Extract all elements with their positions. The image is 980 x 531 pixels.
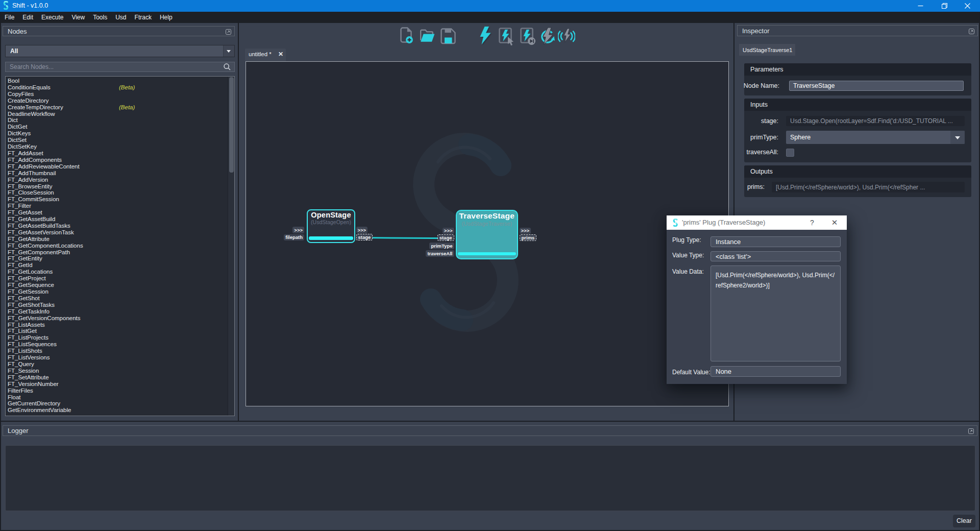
- input-port-filepath[interactable]: filepath: [284, 234, 304, 241]
- close-window-button[interactable]: [956, 0, 979, 12]
- node-list-item[interactable]: FT_GetShot: [6, 295, 234, 302]
- node-list-item[interactable]: FT_ListProjects: [6, 334, 234, 341]
- menu-tools[interactable]: Tools: [89, 12, 111, 23]
- node-list-item[interactable]: DictSet: [6, 137, 234, 143]
- dialog-close-button[interactable]: ✕: [829, 215, 840, 230]
- output-port-prims[interactable]: prims: [520, 234, 537, 242]
- graph-node-traversestage[interactable]: TraverseStage(UsdStageTraverse): [456, 210, 518, 259]
- node-list-item[interactable]: FT_Filter: [6, 203, 234, 209]
- execute-selected-icon[interactable]: [498, 27, 515, 48]
- input-port-exec[interactable]: >>>: [292, 227, 304, 233]
- node-list-item[interactable]: FT_GetComponentPath: [6, 249, 234, 256]
- node-graph-canvas[interactable]: OpenStage(UsdStageOpen)>>>filepath>>>sta…: [246, 61, 729, 406]
- node-list-item[interactable]: FT_Query: [6, 361, 234, 368]
- node-list-item[interactable]: FT_GetAsset: [6, 209, 234, 216]
- node-list-item[interactable]: FT_CommitSession: [6, 196, 234, 203]
- input-port-traverseAll[interactable]: traverseAll: [426, 250, 454, 257]
- node-list-item[interactable]: FT_GetAssetBuildTasks: [6, 223, 234, 229]
- inspector-field-node_name[interactable]: TraverseStage: [789, 81, 964, 91]
- node-list-item[interactable]: DictKeys: [6, 130, 234, 137]
- menu-view[interactable]: View: [67, 12, 89, 23]
- output-port-exec[interactable]: >>>: [356, 227, 368, 233]
- node-list-item[interactable]: FT_AddAsset: [6, 150, 234, 157]
- editor-tab-close-icon[interactable]: ✕: [278, 51, 283, 58]
- clear-log-button[interactable]: Clear: [953, 515, 975, 527]
- node-list-item[interactable]: FT_BrowseEntity: [6, 183, 234, 190]
- inspector-field-primType[interactable]: Sphere: [786, 131, 965, 144]
- splitter-left[interactable]: [238, 23, 239, 421]
- node-list-item[interactable]: FT_GetAttribute: [6, 236, 234, 243]
- node-list-item[interactable]: Bool: [6, 78, 234, 84]
- search-nodes-input[interactable]: Search Nodes...: [5, 62, 235, 72]
- value-data-field[interactable]: [Usd.Prim(</refSphere/world>), Usd.Prim(…: [710, 266, 841, 361]
- node-list-item[interactable]: FT_GetAssetVersionTask: [6, 229, 234, 236]
- node-list-item[interactable]: FT_AddVersion: [6, 177, 234, 183]
- inspector-node-tab[interactable]: UsdStageTraverse1: [739, 44, 795, 56]
- logger-output[interactable]: [5, 445, 975, 511]
- node-list-item[interactable]: CreateDirectory: [6, 98, 234, 104]
- node-list-item[interactable]: FT_GetLocations: [6, 269, 234, 275]
- node-list-item[interactable]: FT_AddReviewableContent: [6, 163, 234, 170]
- node-list-item[interactable]: FT_ListSequences: [6, 341, 234, 348]
- node-list-item[interactable]: CreateTempDirectory(Beta): [6, 104, 234, 111]
- menu-edit[interactable]: Edit: [18, 12, 37, 23]
- node-list-item[interactable]: FT_GetAssetBuild: [6, 216, 234, 223]
- node-list-item[interactable]: DictGet: [6, 124, 234, 130]
- restore-button[interactable]: [933, 0, 956, 12]
- nodes-undock-icon[interactable]: [226, 29, 231, 34]
- inspector-field-traverseAll[interactable]: [786, 149, 794, 157]
- node-list-item[interactable]: Float: [6, 394, 234, 401]
- node-list-item[interactable]: FT_ListVersions: [6, 354, 234, 361]
- save-icon[interactable]: [440, 28, 456, 46]
- node-list-item[interactable]: DictSetKey: [6, 143, 234, 150]
- plug-dialog-titlebar[interactable]: 'prims' Plug (TraverseStage) ? ✕: [667, 215, 847, 230]
- execute-icon[interactable]: [479, 27, 492, 47]
- node-list-item[interactable]: FT_ListShots: [6, 348, 234, 354]
- node-list-item[interactable]: FT_SetAttribute: [6, 374, 234, 381]
- new-file-icon[interactable]: [400, 27, 413, 46]
- live-execute-icon[interactable]: [558, 29, 575, 46]
- node-list-item[interactable]: GetEnvironmentVariable: [6, 407, 234, 414]
- output-port-stage[interactable]: stage: [356, 234, 373, 241]
- output-port-exec[interactable]: >>>: [520, 228, 531, 234]
- node-list-item[interactable]: CopyFiles: [6, 91, 234, 98]
- dialog-help-button[interactable]: ?: [807, 215, 817, 230]
- node-list-item[interactable]: FT_GetSession: [6, 288, 234, 295]
- open-folder-icon[interactable]: [420, 29, 435, 46]
- menu-help[interactable]: Help: [156, 12, 177, 23]
- node-list-item[interactable]: ConditionEquals(Beta): [6, 84, 234, 91]
- node-list-item[interactable]: FT_ListGet: [6, 328, 234, 334]
- logger-undock-icon[interactable]: [968, 428, 974, 433]
- menu-file[interactable]: File: [1, 12, 18, 23]
- node-filter-select[interactable]: All: [5, 45, 235, 57]
- node-list-item[interactable]: FT_GetVersionComponents: [6, 315, 234, 322]
- menu-ftrack[interactable]: Ftrack: [131, 12, 156, 23]
- node-list-item[interactable]: FT_GetTaskInfo: [6, 308, 234, 315]
- minimize-button[interactable]: [909, 0, 932, 12]
- graph-node-openstage[interactable]: OpenStage(UsdStageOpen): [307, 209, 355, 243]
- menu-execute[interactable]: Execute: [37, 12, 67, 23]
- node-list-item[interactable]: FT_ListAssets: [6, 322, 234, 328]
- node-list-item[interactable]: FT_GetComponentLocations: [6, 243, 234, 249]
- execute-to-node-icon[interactable]: [520, 27, 536, 48]
- node-list-item[interactable]: FT_VersionNumber: [6, 381, 234, 388]
- menu-usd[interactable]: Usd: [111, 12, 130, 23]
- node-list-item[interactable]: FT_CloseSession: [6, 189, 234, 196]
- node-list-item[interactable]: GetCurrentDirectory: [6, 400, 234, 407]
- node-list-item[interactable]: FT_GetProject: [6, 275, 234, 282]
- input-port-stage[interactable]: stage: [437, 234, 454, 242]
- inspector-undock-icon[interactable]: [969, 28, 974, 34]
- node-list-item[interactable]: FT_GetId: [6, 262, 234, 269]
- node-list-item[interactable]: FT_AddThumbnail: [6, 170, 234, 177]
- node-list-item[interactable]: FT_GetSequence: [6, 282, 234, 288]
- editor-tab[interactable]: untitled * ✕: [245, 49, 286, 61]
- node-list-item[interactable]: Dict: [6, 117, 234, 124]
- node-list-item[interactable]: FilterFiles: [6, 388, 234, 394]
- node-list-item[interactable]: DeadlineWorkflow: [6, 111, 234, 117]
- splitter-bottom[interactable]: [0, 421, 980, 422]
- node-list-item[interactable]: FT_AddComponents: [6, 157, 234, 163]
- node-list-item[interactable]: FT_Session: [6, 368, 234, 374]
- node-list-item[interactable]: FT_GetEntity: [6, 255, 234, 262]
- refresh-execute-icon[interactable]: [539, 27, 555, 48]
- input-port-primType[interactable]: primType: [429, 243, 454, 249]
